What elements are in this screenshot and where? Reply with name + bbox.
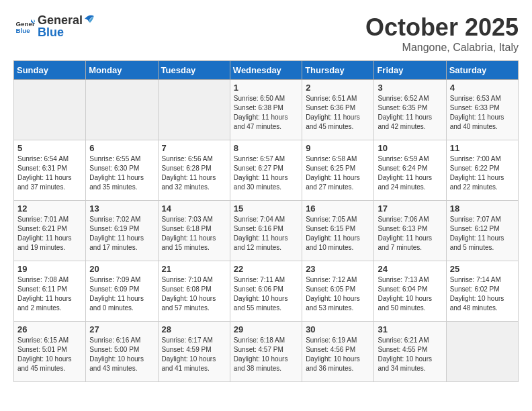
calendar-cell: 8Sunrise: 6:57 AM Sunset: 6:27 PM Daylig…	[230, 140, 302, 201]
day-number: 17	[378, 203, 442, 214]
logo-icon: General Blue	[15, 17, 35, 37]
day-number: 8	[234, 143, 298, 153]
day-number: 6	[89, 143, 154, 153]
day-info: Sunrise: 7:07 AM Sunset: 6:12 PM Dayligh…	[450, 215, 515, 253]
calendar-cell: 10Sunrise: 6:59 AM Sunset: 6:24 PM Dayli…	[374, 140, 446, 201]
day-number: 15	[234, 203, 298, 214]
weekday-header-wednesday: Wednesday	[230, 61, 302, 80]
day-info: Sunrise: 6:15 AM Sunset: 5:01 PM Dayligh…	[17, 336, 82, 373]
day-info: Sunrise: 6:56 AM Sunset: 6:28 PM Dayligh…	[162, 154, 226, 192]
day-info: Sunrise: 7:12 AM Sunset: 6:05 PM Dayligh…	[306, 275, 370, 313]
calendar-cell: 5Sunrise: 6:54 AM Sunset: 6:31 PM Daylig…	[14, 140, 86, 201]
day-number: 12	[17, 203, 82, 214]
day-info: Sunrise: 7:03 AM Sunset: 6:18 PM Dayligh…	[162, 215, 226, 253]
day-info: Sunrise: 6:16 AM Sunset: 5:00 PM Dayligh…	[89, 336, 154, 373]
day-info: Sunrise: 7:10 AM Sunset: 6:08 PM Dayligh…	[162, 275, 226, 313]
day-number: 3	[378, 83, 442, 93]
day-number: 25	[450, 264, 515, 274]
day-number: 4	[450, 83, 515, 93]
day-info: Sunrise: 7:11 AM Sunset: 6:06 PM Dayligh…	[234, 275, 298, 313]
weekday-header-row: SundayMondayTuesdayWednesdayThursdayFrid…	[14, 61, 519, 80]
calendar-cell: 28Sunrise: 6:17 AM Sunset: 4:59 PM Dayli…	[158, 322, 230, 382]
calendar-cell	[158, 80, 230, 140]
day-number: 29	[234, 324, 298, 334]
calendar-cell: 23Sunrise: 7:12 AM Sunset: 6:05 PM Dayli…	[302, 261, 374, 322]
day-info: Sunrise: 6:52 AM Sunset: 6:35 PM Dayligh…	[378, 94, 442, 132]
day-number: 20	[89, 264, 154, 274]
day-number: 13	[89, 203, 154, 214]
day-number: 28	[162, 324, 226, 334]
day-info: Sunrise: 6:51 AM Sunset: 6:36 PM Dayligh…	[306, 94, 370, 132]
day-info: Sunrise: 6:17 AM Sunset: 4:59 PM Dayligh…	[162, 336, 226, 373]
location-subtitle: Mangone, Calabria, Italy	[365, 42, 519, 54]
svg-text:Blue: Blue	[16, 27, 31, 34]
day-info: Sunrise: 6:59 AM Sunset: 6:24 PM Dayligh…	[378, 154, 442, 192]
day-info: Sunrise: 7:14 AM Sunset: 6:02 PM Dayligh…	[450, 275, 515, 313]
calendar-cell: 7Sunrise: 6:56 AM Sunset: 6:28 PM Daylig…	[158, 140, 230, 201]
day-number: 10	[378, 143, 442, 153]
calendar-cell: 9Sunrise: 6:58 AM Sunset: 6:25 PM Daylig…	[302, 140, 374, 201]
day-number: 16	[306, 203, 370, 214]
day-info: Sunrise: 6:58 AM Sunset: 6:25 PM Dayligh…	[306, 154, 370, 192]
weekday-header-tuesday: Tuesday	[158, 61, 230, 80]
day-number: 26	[17, 324, 82, 334]
calendar-week-row: 12Sunrise: 7:01 AM Sunset: 6:21 PM Dayli…	[14, 201, 519, 261]
day-number: 2	[306, 83, 370, 93]
day-number: 23	[306, 264, 370, 274]
logo-bird-icon	[83, 13, 95, 28]
calendar-cell: 16Sunrise: 7:05 AM Sunset: 6:15 PM Dayli…	[302, 201, 374, 261]
page-header: General Blue General Blue October 2025 M…	[13, 13, 519, 54]
day-info: Sunrise: 7:13 AM Sunset: 6:04 PM Dayligh…	[378, 275, 442, 313]
day-number: 22	[234, 264, 298, 274]
day-info: Sunrise: 7:06 AM Sunset: 6:13 PM Dayligh…	[378, 215, 442, 253]
calendar-cell: 12Sunrise: 7:01 AM Sunset: 6:21 PM Dayli…	[14, 201, 86, 261]
calendar-cell: 18Sunrise: 7:07 AM Sunset: 6:12 PM Dayli…	[446, 201, 518, 261]
day-info: Sunrise: 6:55 AM Sunset: 6:30 PM Dayligh…	[89, 154, 154, 192]
calendar-week-row: 5Sunrise: 6:54 AM Sunset: 6:31 PM Daylig…	[14, 140, 519, 201]
calendar-cell: 2Sunrise: 6:51 AM Sunset: 6:36 PM Daylig…	[302, 80, 374, 140]
logo: General Blue General Blue	[13, 13, 96, 40]
calendar-cell: 20Sunrise: 7:09 AM Sunset: 6:09 PM Dayli…	[86, 261, 158, 322]
day-number: 7	[162, 143, 226, 153]
day-number: 21	[162, 264, 226, 274]
day-number: 27	[89, 324, 154, 334]
day-number: 24	[378, 264, 442, 274]
calendar-cell: 6Sunrise: 6:55 AM Sunset: 6:30 PM Daylig…	[86, 140, 158, 201]
day-info: Sunrise: 6:21 AM Sunset: 4:55 PM Dayligh…	[378, 336, 442, 373]
day-info: Sunrise: 7:02 AM Sunset: 6:19 PM Dayligh…	[89, 215, 154, 253]
weekday-header-monday: Monday	[86, 61, 158, 80]
day-number: 5	[17, 143, 82, 153]
day-info: Sunrise: 6:18 AM Sunset: 4:57 PM Dayligh…	[234, 336, 298, 373]
day-number: 31	[378, 324, 442, 334]
calendar-week-row: 26Sunrise: 6:15 AM Sunset: 5:01 PM Dayli…	[14, 322, 519, 382]
day-info: Sunrise: 6:50 AM Sunset: 6:38 PM Dayligh…	[234, 94, 298, 132]
calendar-cell: 11Sunrise: 7:00 AM Sunset: 6:22 PM Dayli…	[446, 140, 518, 201]
day-number: 14	[162, 203, 226, 214]
calendar-cell: 19Sunrise: 7:08 AM Sunset: 6:11 PM Dayli…	[14, 261, 86, 322]
calendar-cell: 30Sunrise: 6:19 AM Sunset: 4:56 PM Dayli…	[302, 322, 374, 382]
weekday-header-saturday: Saturday	[446, 61, 518, 80]
day-info: Sunrise: 6:19 AM Sunset: 4:56 PM Dayligh…	[306, 336, 370, 373]
day-info: Sunrise: 6:57 AM Sunset: 6:27 PM Dayligh…	[234, 154, 298, 192]
calendar-cell: 24Sunrise: 7:13 AM Sunset: 6:04 PM Dayli…	[374, 261, 446, 322]
day-number: 18	[450, 203, 515, 214]
calendar-cell: 29Sunrise: 6:18 AM Sunset: 4:57 PM Dayli…	[230, 322, 302, 382]
calendar-table: SundayMondayTuesdayWednesdayThursdayFrid…	[13, 60, 519, 382]
calendar-cell: 27Sunrise: 6:16 AM Sunset: 5:00 PM Dayli…	[86, 322, 158, 382]
weekday-header-thursday: Thursday	[302, 61, 374, 80]
calendar-cell: 26Sunrise: 6:15 AM Sunset: 5:01 PM Dayli…	[14, 322, 86, 382]
calendar-cell: 15Sunrise: 7:04 AM Sunset: 6:16 PM Dayli…	[230, 201, 302, 261]
month-year-title: October 2025	[365, 13, 519, 42]
day-info: Sunrise: 7:05 AM Sunset: 6:15 PM Dayligh…	[306, 215, 370, 253]
calendar-week-row: 1Sunrise: 6:50 AM Sunset: 6:38 PM Daylig…	[14, 80, 519, 140]
title-block: October 2025 Mangone, Calabria, Italy	[365, 13, 519, 54]
calendar-cell: 21Sunrise: 7:10 AM Sunset: 6:08 PM Dayli…	[158, 261, 230, 322]
day-info: Sunrise: 6:53 AM Sunset: 6:33 PM Dayligh…	[450, 94, 515, 132]
calendar-cell: 14Sunrise: 7:03 AM Sunset: 6:18 PM Dayli…	[158, 201, 230, 261]
calendar-cell: 25Sunrise: 7:14 AM Sunset: 6:02 PM Dayli…	[446, 261, 518, 322]
calendar-cell	[86, 80, 158, 140]
calendar-cell: 17Sunrise: 7:06 AM Sunset: 6:13 PM Dayli…	[374, 201, 446, 261]
day-info: Sunrise: 7:01 AM Sunset: 6:21 PM Dayligh…	[17, 215, 82, 253]
calendar-week-row: 19Sunrise: 7:08 AM Sunset: 6:11 PM Dayli…	[14, 261, 519, 322]
day-number: 1	[234, 83, 298, 93]
